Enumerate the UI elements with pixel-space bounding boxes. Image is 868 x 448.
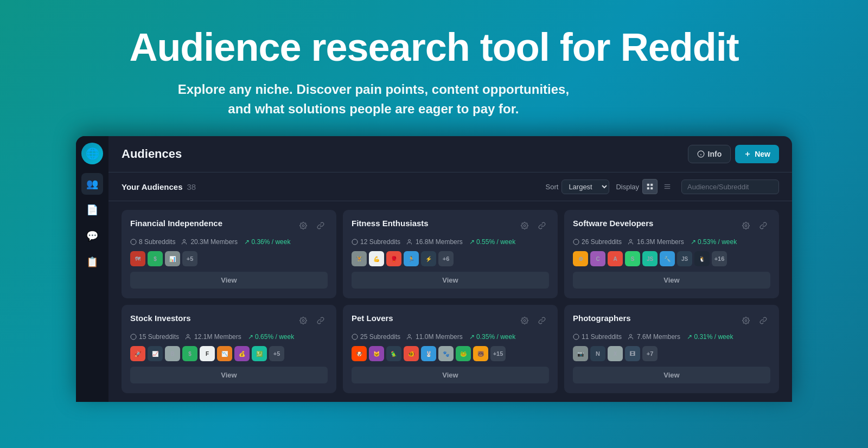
svg-point-24 [524, 319, 526, 322]
link-button[interactable] [756, 219, 770, 233]
audience-card-software-developers: Software Developers 26 Subreddits [564, 210, 779, 298]
svg-point-14 [183, 240, 186, 242]
subreddit-icon: 🏋 [352, 251, 367, 266]
card-header: Financial Independence [130, 219, 328, 233]
members-count: 7.6M Members [628, 333, 680, 341]
gear-icon [299, 317, 307, 324]
list-icon [663, 183, 671, 190]
info-button[interactable]: Info [688, 145, 731, 163]
subreddit-icon: 🐧 [694, 251, 710, 266]
card-actions [739, 219, 770, 233]
card-actions [518, 313, 549, 328]
app-logo: 🌐 [81, 143, 103, 164]
subreddit-icon: 💰 [234, 346, 250, 361]
link-button[interactable] [756, 313, 770, 328]
audience-card-financial-independence: Financial Independence 8 Subreddits [122, 210, 336, 298]
link-button[interactable] [535, 313, 549, 328]
subreddit-icon: 🥊 [386, 251, 401, 266]
link-button[interactable] [535, 219, 549, 233]
svg-point-25 [352, 334, 358, 340]
toolbar: Your Audiences 38 Sort Largest Smallest … [108, 172, 792, 201]
subreddit-icons: 🏋 💪 🥊 🏃 ⚡ +6 [352, 251, 549, 266]
svg-rect-8 [650, 187, 653, 189]
card-meta: 26 Subreddits 16.3M Members ↗ 0.53% / we… [573, 238, 770, 246]
plus-icon [744, 150, 751, 158]
toolbar-right: Sort Largest Smallest Newest Oldest Disp… [546, 179, 779, 194]
more-count: +5 [269, 346, 284, 361]
subreddit-icon: A [608, 251, 623, 266]
card-title: Fitness Enthusiasts [352, 219, 429, 228]
settings-button[interactable] [518, 219, 532, 233]
subreddit-icon: 🐾 [438, 346, 454, 361]
link-button[interactable] [314, 313, 328, 328]
gear-icon [521, 222, 528, 229]
subreddit-icon: JS [677, 251, 692, 266]
sidebar-item-chat[interactable]: 💬 [81, 225, 103, 247]
display-icons [642, 179, 675, 194]
subreddit-icon: 🎞 [625, 346, 640, 361]
svg-point-15 [524, 225, 526, 227]
svg-point-13 [131, 239, 136, 245]
card-title: Photographers [573, 313, 631, 323]
members-count: 12.1M Members [186, 333, 241, 341]
view-button[interactable]: View [573, 367, 770, 383]
clipboard-icon: 📋 [86, 256, 98, 268]
growth-rate: ↗ 0.36% / week [244, 238, 290, 246]
subreddit-icon: $ [182, 346, 197, 361]
subreddit-icon: 🔧 [660, 251, 675, 266]
subreddit-icons: 📷 N X 🎞 +7 [573, 346, 770, 361]
grid-icon [646, 183, 654, 190]
search-input[interactable] [681, 180, 779, 194]
info-icon [697, 150, 705, 158]
settings-button[interactable] [739, 219, 753, 233]
svg-rect-5 [647, 184, 649, 186]
hero-section: Audience research tool for Reddit Explor… [118, 0, 749, 136]
subreddit-icon: 💹 [252, 346, 267, 361]
subreddit-icon: 🐠 [404, 346, 419, 361]
card-actions [518, 219, 549, 233]
sidebar-item-clipboard[interactable]: 📋 [81, 251, 103, 273]
subreddit-icon: 🐶 [352, 346, 367, 361]
subreddit-icon: N [590, 346, 605, 361]
new-button[interactable]: New [735, 145, 779, 163]
settings-button[interactable] [296, 219, 310, 233]
sort-select[interactable]: Largest Smallest Newest Oldest [561, 180, 609, 194]
gear-icon [521, 317, 528, 324]
svg-rect-6 [650, 184, 653, 186]
settings-button[interactable] [739, 313, 753, 328]
hero-title: Audience research tool for Reddit [129, 26, 738, 69]
subreddit-icon: 📷 [573, 346, 588, 361]
view-button[interactable]: View [573, 272, 770, 289]
view-button[interactable]: View [352, 272, 549, 289]
subreddit-icon: 📊 [165, 251, 180, 266]
link-icon [760, 222, 767, 229]
audiences-count: 38 [187, 182, 196, 191]
growth-rate: ↗ 0.53% / week [691, 238, 737, 246]
settings-button[interactable] [296, 313, 310, 328]
view-button[interactable]: View [352, 367, 549, 383]
grid-view-button[interactable] [642, 179, 658, 194]
list-view-button[interactable] [660, 179, 675, 194]
view-button[interactable]: View [130, 367, 328, 383]
card-title: Software Developers [573, 219, 653, 228]
more-count: +6 [438, 251, 454, 266]
link-button[interactable] [314, 219, 328, 233]
card-meta: 12 Subreddits 16.8M Members ↗ 0.55% / we… [352, 238, 549, 246]
display-control: Display [616, 179, 675, 194]
card-meta: 11 Subreddits 7.6M Members ↗ 0.31% / wee… [573, 333, 770, 341]
card-actions [739, 313, 770, 328]
subreddits-count: 8 Subreddits [130, 238, 175, 246]
sidebar-item-audiences[interactable]: 👥 [81, 173, 103, 195]
svg-point-12 [302, 225, 304, 227]
subreddit-icon: $ [148, 251, 163, 266]
sidebar-item-documents[interactable]: 📄 [81, 199, 103, 221]
card-actions [296, 219, 328, 233]
audiences-icon: 👥 [86, 178, 98, 190]
link-icon [760, 317, 767, 324]
subreddit-icon: 🐻 [473, 346, 488, 361]
subreddit-icons: 🐶 🐱 🦜 🐠 🐰 🐾 🐸 🐻 +15 [352, 346, 549, 361]
more-count: +16 [712, 251, 727, 266]
audiences-grid: Financial Independence 8 Subreddits [108, 201, 792, 402]
view-button[interactable]: View [130, 272, 328, 289]
settings-button[interactable] [518, 313, 532, 328]
